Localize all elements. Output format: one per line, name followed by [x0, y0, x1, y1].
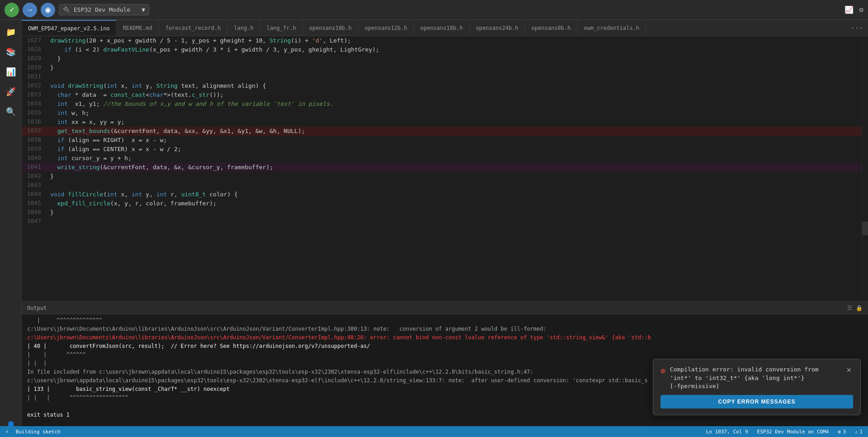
sidebar-item-boards[interactable]: 📊	[3, 63, 19, 80]
line-number: 1042	[22, 172, 47, 181]
table-row: 1042 }	[22, 172, 862, 181]
line-code: if (align == CENTER) x = x - w / 2;	[47, 145, 862, 154]
tab-forecast-record[interactable]: forecast_record.h	[159, 20, 228, 36]
sidebar-item-library[interactable]: 📚	[3, 43, 19, 60]
tab-bar: OWM_EPD47_epaper_v2.5.ino README.md fore…	[22, 20, 868, 36]
upload-button[interactable]: →	[23, 3, 37, 17]
tabs-more-button[interactable]: ···	[846, 24, 868, 32]
line-code: }	[47, 63, 862, 72]
line-code	[47, 181, 862, 190]
error-popup-close-button[interactable]: ×	[844, 366, 853, 375]
line-code: void fillCircle(int x, int y, int r, uin…	[47, 190, 862, 199]
line-number: 1045	[22, 199, 47, 208]
tab-lang-fr[interactable]: lang_fr.h	[260, 20, 303, 36]
output-title: Output	[27, 305, 47, 311]
table-row: 1036 int xx = x, yy = y;	[22, 118, 862, 127]
verify-button[interactable]: ✓	[5, 3, 19, 17]
line-number: 1030	[22, 63, 47, 72]
tab-opensans8b[interactable]: opensans8b.h	[525, 20, 578, 36]
line-number: 1029	[22, 54, 47, 63]
line-code: epd_fill_circle(x, y, r, color, framebuf…	[47, 199, 862, 208]
output-menu-icon[interactable]: ☰	[847, 305, 852, 311]
line-number: 1043	[22, 181, 47, 190]
tab-main-sketch[interactable]: OWM_EPD47_epaper_v2.5.ino	[22, 20, 117, 36]
line-number: 1037	[22, 127, 47, 136]
line-code: void drawString(int x, int y, String tex…	[47, 81, 862, 90]
line-code: if (align == RIGHT) x = x - w;	[47, 136, 862, 145]
toolbar-right: 📈 ⚙	[844, 5, 863, 14]
table-row: 1031	[22, 72, 862, 81]
serial-plotter-icon[interactable]: 📈	[844, 5, 854, 14]
line-number: 1032	[22, 81, 47, 90]
cursor-position: Ln 1037, Col 9	[706, 429, 748, 435]
line-number: 1044	[22, 190, 47, 199]
list-item: c:\Users\jbrown\Documents\Arduino\librar…	[22, 333, 868, 342]
line-number: 1040	[22, 154, 47, 163]
sidebar-item-search[interactable]: 🔍	[3, 103, 19, 119]
dropdown-arrow: ▼	[142, 6, 145, 13]
line-number: 1039	[22, 145, 47, 154]
list-item: | ^^^^^^^^^^^^^^	[22, 316, 868, 325]
line-code: }	[47, 54, 862, 63]
warning-status-icon: ⚠	[855, 429, 858, 435]
list-item: | | ^^^^^^	[22, 351, 868, 359]
table-row: 1028 if (i < 2) drawFastVLine(x_pos + gw…	[22, 45, 862, 54]
tab-opensans12b[interactable]: opensans12b.h	[359, 20, 414, 36]
error-popup-message: Compilation error: invalid conversion fr…	[670, 366, 840, 390]
usb-icon: 🔌	[63, 6, 70, 13]
sidebar-item-debug[interactable]: 🚀	[3, 83, 19, 100]
error-popup: ⊗ Compilation error: invalid conversion …	[653, 359, 861, 415]
table-row: 1043	[22, 181, 862, 190]
board-selector[interactable]: 🔌 ESP32 Dev Module ▼	[59, 4, 149, 15]
library-icon: 📚	[6, 47, 16, 57]
table-row: 1039 if (align == CENTER) x = x - w / 2;	[22, 145, 862, 154]
table-row: 1029 }	[22, 54, 862, 63]
tab-opensans24b[interactable]: opensans24b.h	[470, 20, 525, 36]
line-number: 1047	[22, 217, 47, 226]
tab-readme[interactable]: README.md	[117, 20, 159, 36]
line-code: int xx = x, yy = y;	[47, 118, 862, 127]
table-row: 1035 int w, h;	[22, 109, 862, 118]
left-sidebar: 📁 📚 📊 🚀 🔍 👤	[0, 20, 22, 437]
minimap[interactable]	[862, 36, 868, 301]
code-editor[interactable]: 1027 drawString(20 + x_pos + gwidth / 5 …	[22, 36, 862, 301]
board-name: ESP32 Dev Module	[74, 6, 130, 13]
line-code: int w, h;	[47, 109, 862, 118]
line-number: 1028	[22, 45, 47, 54]
line-number: 1046	[22, 208, 47, 217]
list-item: | 40 | convertFromJson(src, result); // …	[22, 342, 868, 351]
tab-lang[interactable]: lang.h	[227, 20, 260, 36]
code-table: 1027 drawString(20 + x_pos + gwidth / 5 …	[22, 36, 862, 226]
table-row: 1032 void drawString(int x, int y, Strin…	[22, 81, 862, 90]
line-number: 1038	[22, 136, 47, 145]
error-count: 3	[843, 429, 846, 435]
status-bar: ⚡ Building sketch Ln 1037, Col 9 ESP32 D…	[0, 426, 868, 437]
tab-owm-credentials[interactable]: owm_credentials.h	[577, 20, 646, 36]
debug-button[interactable]: ◉	[41, 3, 55, 17]
tab-opensans10b[interactable]: opensans10b.h	[303, 20, 359, 36]
boards-icon: 📊	[6, 67, 16, 76]
search-icon: 🔍	[6, 107, 16, 116]
line-code: write_string(&currentFont, data, &x, &cu…	[47, 163, 862, 172]
table-row: 1033 char * data = const_cast<char*>(tex…	[22, 90, 862, 100]
table-row: 1040 int cursor_y = y + h;	[22, 154, 862, 163]
line-code: if (i < 2) drawFastVLine(x_pos + gwidth …	[47, 45, 862, 54]
line-code: drawString(20 + x_pos + gwidth / 5 - 1, …	[47, 36, 862, 45]
line-code: }	[47, 172, 862, 181]
warning-count: 1	[859, 429, 863, 435]
tab-opensans18b[interactable]: opensans18b.h	[414, 20, 470, 36]
line-number: 1027	[22, 36, 47, 45]
sidebar-item-folder[interactable]: 📁	[3, 24, 19, 40]
table-row: 1030 }	[22, 63, 862, 72]
line-number: 1034	[22, 100, 47, 109]
line-number: 1033	[22, 90, 47, 100]
copy-error-messages-button[interactable]: COPY ERROR MESSAGES	[660, 395, 853, 408]
output-lock-icon[interactable]: 🔒	[856, 305, 863, 311]
line-number: 1031	[22, 72, 47, 81]
error-popup-icon: ⊗	[660, 366, 665, 375]
table-row: 1047	[22, 217, 862, 226]
line-number: 1036	[22, 118, 47, 127]
table-row: 1045 epd_fill_circle(x, y, r, color, fra…	[22, 199, 862, 208]
preferences-icon[interactable]: ⚙	[859, 5, 863, 14]
table-row: 1046 }	[22, 208, 862, 217]
